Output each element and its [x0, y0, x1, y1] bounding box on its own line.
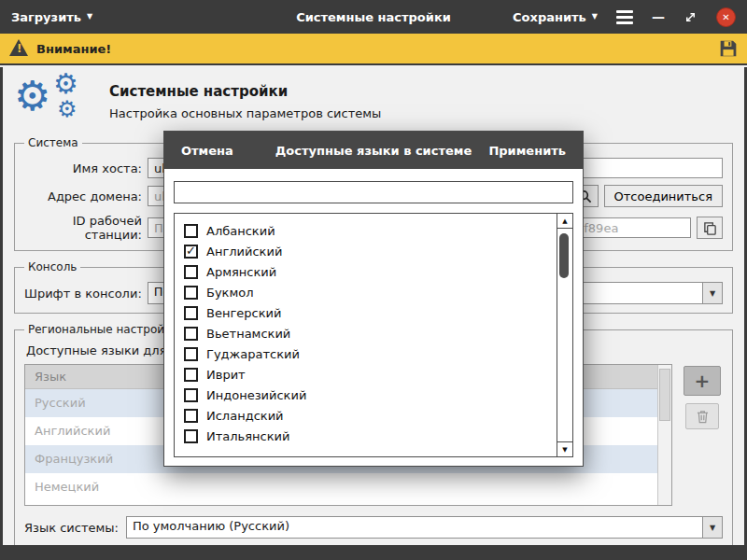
warning-bar: Внимание! [0, 34, 747, 65]
hostname-label: Имя хоста: [24, 161, 142, 175]
chevron-down-icon: ▼ [710, 289, 715, 298]
system-language-select[interactable]: По умолчанию (Русский) ▼ [126, 516, 723, 539]
minimize-icon: — [652, 9, 665, 24]
console-font-label: Шрифт в консоли: [24, 287, 142, 301]
plus-icon: + [695, 370, 711, 392]
language-label: Исландский [206, 409, 284, 423]
load-menu-button[interactable]: Загрузить ▼ [11, 10, 92, 24]
dropdown-arrow-button[interactable]: ▼ [702, 517, 722, 538]
language-option[interactable]: ✓ Албанский [184, 220, 550, 241]
language-checkbox[interactable]: ✓ [184, 409, 198, 423]
station-id-code-input[interactable] [570, 217, 691, 238]
disconnect-button[interactable]: Отсоединиться [604, 185, 724, 207]
warning-icon [9, 39, 28, 56]
page-subtitle: Настройка основных параметров системы [109, 106, 381, 120]
chevron-down-icon: ▼ [87, 13, 92, 21]
save-menu-button[interactable]: Сохранить ▼ [513, 10, 598, 24]
language-label: Итальянский [206, 429, 289, 443]
language-checkbox[interactable]: ✓ [184, 265, 198, 279]
load-menu-label: Загрузить [11, 10, 81, 24]
close-button[interactable]: ✕ [716, 7, 736, 27]
chevron-down-icon: ▼ [710, 524, 715, 532]
language-option[interactable]: ✓ Армянский [184, 261, 550, 282]
apply-button[interactable]: Применить [488, 144, 566, 158]
dropdown-arrow-button[interactable]: ▼ [702, 283, 722, 303]
add-language-button[interactable]: + [684, 366, 721, 396]
check-icon: ✓ [186, 245, 196, 257]
language-checkbox[interactable]: ✓ [184, 429, 198, 443]
window-footer [0, 545, 747, 560]
language-option[interactable]: ✓ Гуджаратский [184, 343, 550, 364]
system-language-value: По умолчанию (Русский) [127, 517, 702, 538]
titlebar: Загрузить ▼ Системные настройки Сохранит… [0, 0, 747, 34]
language-checkbox[interactable]: ✓ [184, 306, 198, 320]
language-dialog-header: Отмена Доступные языки в системе Примени… [164, 132, 583, 169]
language-label: Английский [206, 245, 282, 259]
save-menu-label: Сохранить [513, 10, 586, 24]
hamburger-menu-button[interactable] [616, 7, 633, 27]
language-dialog-body: ✓ Албанский ✓ Английский ✓ Армянский ✓ Б… [164, 169, 583, 467]
system-section-legend: Система [24, 136, 82, 149]
language-checkbox[interactable]: ✓ [184, 347, 198, 361]
page-title: Системные настройки [109, 83, 381, 100]
language-checkbox[interactable]: ✓ [184, 286, 198, 300]
page-header: ⚙ ⚙ ⚙ Системные настройки Настройка осно… [12, 73, 735, 131]
language-label: Индонезийский [206, 388, 306, 402]
language-label: Вьетнамский [206, 327, 290, 341]
system-language-label: Язык системы: [24, 521, 119, 535]
scroll-up-button[interactable]: ▲ [557, 214, 572, 229]
language-checkbox[interactable]: ✓ [184, 224, 198, 238]
gears-icon: ⚙ ⚙ ⚙ [12, 74, 94, 130]
language-option[interactable]: ✓ Вьетнамский [184, 323, 550, 343]
language-option[interactable]: ✓ Иврит [184, 364, 550, 385]
console-section-legend: Консоль [24, 260, 80, 273]
regional-section-legend: Региональные настройки [24, 323, 182, 336]
table-row[interactable]: Немецкий [25, 473, 671, 501]
maximize-button[interactable] [684, 10, 698, 24]
language-label: Албанский [206, 224, 275, 238]
expand-icon [684, 10, 698, 24]
language-search-input[interactable] [174, 181, 573, 203]
scroll-up-icon: ▲ [562, 217, 567, 225]
station-id-label: ID рабочей станции: [24, 214, 142, 242]
warning-text: Внимание! [36, 42, 111, 56]
language-dialog: Отмена Доступные языки в системе Примени… [163, 131, 584, 467]
language-list-scrollbar[interactable]: ▲ ▼ [557, 214, 572, 456]
language-label: Армянский [206, 265, 276, 279]
save-file-button[interactable] [719, 39, 738, 58]
copy-button[interactable] [697, 217, 723, 239]
language-option[interactable]: ✓ Английский [184, 241, 550, 261]
app-window: Загрузить ▼ Системные настройки Сохранит… [0, 0, 747, 560]
language-list: ✓ Албанский ✓ Английский ✓ Армянский ✓ Б… [174, 213, 573, 457]
chevron-down-icon: ▼ [592, 13, 598, 21]
table-scrollbar[interactable] [657, 365, 671, 505]
language-option[interactable]: ✓ Букмол [184, 282, 550, 302]
remove-language-button[interactable] [685, 403, 719, 429]
language-option[interactable]: ✓ Итальянский [184, 426, 550, 446]
copy-icon [703, 221, 717, 235]
domain-label: Адрес домена: [24, 189, 142, 203]
language-option[interactable]: ✓ Индонезийский [184, 385, 550, 405]
language-label: Венгерский [206, 306, 281, 320]
language-option[interactable]: ✓ Исландский [184, 405, 550, 426]
language-checkbox[interactable]: ✓ [184, 245, 198, 259]
language-option[interactable]: ✓ Венгерский [184, 302, 550, 323]
scroll-down-icon: ▼ [562, 446, 567, 454]
language-label: Гуджаратский [206, 347, 300, 361]
scroll-down-button[interactable]: ▼ [557, 441, 572, 456]
floppy-icon [719, 39, 738, 58]
minimize-button[interactable]: — [652, 10, 665, 24]
language-label: Иврит [206, 368, 246, 382]
table-scrollbar-thumb[interactable] [659, 369, 670, 421]
trash-icon [697, 410, 709, 424]
language-checkbox[interactable]: ✓ [184, 368, 198, 382]
cancel-button[interactable]: Отмена [181, 144, 233, 158]
language-checkbox[interactable]: ✓ [184, 388, 198, 402]
language-checkbox[interactable]: ✓ [184, 327, 198, 341]
close-icon: ✕ [722, 12, 729, 22]
language-label: Букмол [206, 286, 254, 300]
hamburger-icon [616, 10, 633, 13]
scrollbar-thumb[interactable] [559, 233, 569, 278]
